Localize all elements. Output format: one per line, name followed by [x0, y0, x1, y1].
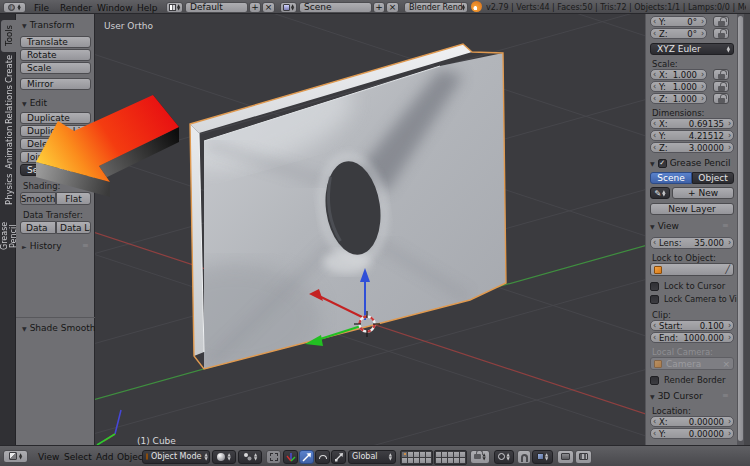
snap-toggle-button[interactable] [517, 450, 531, 464]
menu-render[interactable]: Render [60, 3, 92, 13]
decrement-icon[interactable]: ‹ [651, 144, 658, 152]
editor-type-button[interactable]: ▲▼ [3, 450, 28, 463]
menu-help[interactable]: Help [137, 3, 158, 13]
pivot-point-dropdown[interactable]: ▲▼ [238, 450, 262, 464]
render-border-row[interactable]: Render Border [650, 375, 725, 385]
edit-panel-header[interactable]: ▼ Edit [22, 98, 47, 108]
lock-mode-dropdown[interactable]: ▲▼ [470, 450, 490, 464]
layer-cell[interactable] [414, 458, 419, 463]
layer-cell[interactable] [448, 458, 453, 463]
tab-relations[interactable]: Relations [1, 85, 16, 123]
layer-cell[interactable] [436, 452, 441, 457]
dimension-z-field[interactable]: ‹ Z: 3.00000 › [650, 142, 734, 153]
scale-manipulator-button[interactable] [331, 450, 346, 464]
decrement-icon[interactable]: ‹ [651, 322, 658, 330]
layer-cell[interactable] [402, 452, 407, 457]
layer-cell[interactable] [420, 452, 425, 457]
render-border-checkbox[interactable] [650, 376, 659, 385]
lock-rotation-y-button[interactable] [713, 16, 729, 27]
viewport-shading-dropdown[interactable]: ▲▼ [212, 450, 236, 464]
shade-smooth-button[interactable]: Smooth [20, 192, 56, 205]
panel-grip-icon[interactable]: ≡ [722, 221, 728, 230]
translate-button[interactable]: Translate [20, 36, 91, 48]
mode-select[interactable]: Object Mode ▲▼ [142, 450, 210, 464]
increment-icon[interactable]: › [699, 30, 706, 38]
data-layout-button[interactable]: Data Layout [56, 221, 91, 234]
scrollbar-thumb[interactable] [738, 16, 743, 441]
layer-cell[interactable] [408, 452, 413, 457]
menu-add[interactable]: Add [96, 452, 113, 462]
layer-cell[interactable] [460, 458, 465, 463]
lock-scale-z-button[interactable] [713, 93, 729, 104]
screen-layout-field[interactable]: Default [185, 2, 248, 13]
join-button[interactable]: Join [20, 151, 91, 163]
rotation-mode-select[interactable]: XYZ Euler ▲▼ [650, 43, 734, 55]
tab-grease-pencil[interactable]: Grease Pencil [1, 209, 16, 263]
layers-group-1[interactable] [400, 450, 433, 465]
increment-icon[interactable]: › [726, 322, 733, 330]
cube-mesh-object[interactable] [150, 44, 506, 374]
3d-cursor-panel-header[interactable]: ▼ 3D Cursor [650, 391, 703, 401]
manipulator-axes-button[interactable] [283, 450, 298, 464]
decrement-icon[interactable]: ‹ [651, 71, 658, 79]
decrement-icon[interactable]: ‹ [651, 95, 658, 103]
scale-x-field[interactable]: ‹ X: 1.000 › [650, 69, 707, 80]
translate-manipulator-button[interactable] [299, 450, 314, 464]
rotate-manipulator-button[interactable] [315, 450, 330, 464]
transform-orientation-select[interactable]: Global ▲▼ [348, 450, 396, 464]
layers-group-2[interactable] [434, 450, 467, 465]
scene-icon-button[interactable]: ▲▼ [280, 2, 297, 13]
local-camera-field[interactable]: Camera × [650, 357, 734, 370]
layer-cell[interactable] [402, 458, 407, 463]
snap-element-dropdown[interactable]: ▲▼ [532, 450, 553, 464]
layer-cell[interactable] [454, 452, 459, 457]
lens-field[interactable]: ‹ Lens: 35.000 › [650, 237, 734, 249]
decrement-icon[interactable]: ‹ [651, 239, 658, 247]
dimension-x-field[interactable]: ‹ X: 0.69135 › [650, 118, 734, 129]
rotation-z-field[interactable]: ‹ Z: 0° › [650, 28, 707, 39]
shade-smooth-operator-panel[interactable]: ▼ Shade Smooth [22, 323, 95, 333]
proportional-edit-dropdown[interactable]: ▲▼ [494, 450, 514, 464]
lock-to-cursor-row[interactable]: Lock to Cursor [650, 281, 725, 291]
increment-icon[interactable]: › [726, 132, 733, 140]
render-animation-button[interactable] [575, 450, 592, 464]
decrement-icon[interactable]: ‹ [651, 83, 658, 91]
layer-cell[interactable] [414, 452, 419, 457]
layer-cell[interactable] [420, 458, 425, 463]
history-panel-header[interactable]: ► History [22, 241, 62, 251]
increment-icon[interactable]: › [726, 120, 733, 128]
scale-y-field[interactable]: ‹ Y: 1.000 › [650, 81, 707, 92]
clip-end-field[interactable]: ‹ End: 1000.000 › [650, 332, 734, 343]
rotation-y-field[interactable]: ‹ Y: 0° › [650, 16, 707, 27]
rotate-button[interactable]: Rotate [20, 49, 91, 61]
delete-layout-button[interactable]: × [262, 2, 275, 13]
data-button[interactable]: Data [20, 221, 56, 234]
panel-grip-icon[interactable]: ≡ [82, 241, 88, 250]
eyedropper-icon[interactable]: ╱ [725, 265, 730, 274]
transform-panel-header[interactable]: ▼ Transform [22, 20, 74, 30]
scale-button[interactable]: Scale [20, 62, 91, 74]
increment-icon[interactable]: › [726, 430, 733, 438]
lock-camera-row[interactable]: Lock Camera to View [650, 295, 737, 304]
tab-animation[interactable]: Animation [1, 125, 16, 169]
duplicate-button[interactable]: Duplicate [20, 112, 91, 124]
decrement-icon[interactable]: ‹ [651, 30, 658, 38]
cursor-x-field[interactable]: ‹ X: 0.00000 › [650, 416, 734, 427]
increment-icon[interactable]: › [699, 83, 706, 91]
menu-window[interactable]: Window [97, 3, 133, 13]
layer-cell[interactable] [442, 458, 447, 463]
layer-cell[interactable] [426, 458, 431, 463]
tab-physics[interactable]: Physics [1, 171, 16, 207]
mirror-button[interactable]: Mirror [20, 78, 91, 90]
decrement-icon[interactable]: ‹ [651, 418, 658, 426]
scene-field[interactable]: Scene [299, 2, 372, 13]
add-scene-button[interactable]: + [373, 2, 385, 13]
view-panel-header[interactable]: ▼ View [650, 221, 679, 231]
cursor-y-field[interactable]: ‹ Y: 0.00000 › [650, 428, 734, 439]
decrement-icon[interactable]: ‹ [651, 430, 658, 438]
increment-icon[interactable]: › [726, 418, 733, 426]
tab-tools[interactable]: Tools [1, 20, 16, 52]
decrement-icon[interactable]: ‹ [651, 132, 658, 140]
dimension-y-field[interactable]: ‹ Y: 4.21512 › [650, 130, 734, 141]
increment-icon[interactable]: › [699, 95, 706, 103]
